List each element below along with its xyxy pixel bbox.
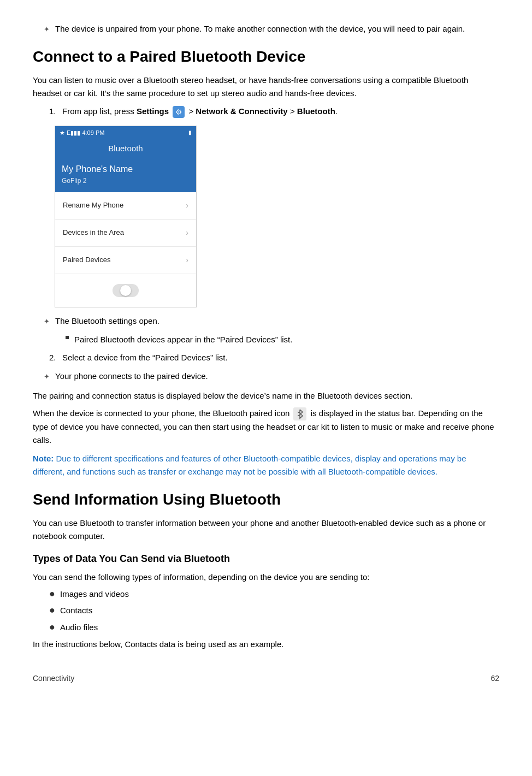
section2-intro: You can use Bluetooth to transfer inform…: [33, 517, 499, 543]
connected-note-text1: When the device is connected to your pho…: [33, 408, 289, 418]
page-footer: Connectivity 62: [33, 673, 499, 684]
section1-intro: You can listen to music over a Bluetooth…: [33, 74, 499, 100]
data-type-label-0: Images and videos: [60, 588, 129, 601]
phone-bluetooth-toggle[interactable]: [113, 284, 139, 297]
settings-gear-icon: [173, 106, 185, 118]
step2-container: 2. Select a device from the “Paired Devi…: [49, 352, 499, 364]
phone-device-model: GoFlip 2: [62, 176, 190, 186]
data-types-list: ● Images and videos ● Contacts ● Audio f…: [49, 588, 499, 634]
phone-status-icons: ▮: [188, 128, 192, 137]
phone-device-name-section: My Phone's Name GoFlip 2: [55, 159, 196, 192]
connected-note-para: When the device is connected to your pho…: [33, 407, 499, 447]
phone-status-left: ★ E▮▮▮ 4:09 PM: [60, 128, 104, 138]
toggle-circle: [120, 285, 131, 296]
data-type-label-2: Audio files: [60, 621, 98, 634]
step1-bluetooth-label: Bluetooth: [297, 106, 335, 116]
diamond-icon: ✦: [44, 24, 50, 35]
data-type-item-2: ● Audio files: [49, 621, 499, 634]
note-label: Note:: [33, 454, 54, 463]
chevron-right-icon: ›: [186, 200, 188, 211]
footer-label: Connectivity: [33, 673, 74, 684]
section2-closing: In the instructions below, Contacts data…: [33, 638, 499, 651]
phone-bluetooth-header: Bluetooth: [55, 139, 196, 159]
chevron-right-icon: ›: [186, 227, 188, 239]
square-bullet-icon: [66, 336, 69, 339]
chevron-right-icon: ›: [186, 254, 188, 266]
sub-bullet-paired-text: Paired Bluetooth devices appear in the “…: [74, 334, 292, 346]
section2-title: Send Information Using Bluetooth: [33, 488, 499, 511]
footer-page-number: 62: [490, 673, 499, 684]
sub-bullet-paired: Paired Bluetooth devices appear in the “…: [66, 334, 499, 346]
note-paragraph: Note: Due to different specifications an…: [33, 452, 499, 478]
section2-sub-intro: You can send the following types of info…: [33, 571, 499, 584]
opening-bullet: ✦ The device is unpaired from your phone…: [44, 23, 499, 35]
page-container: ✦ The device is unpaired from your phone…: [33, 23, 499, 684]
phone-menu-paired[interactable]: Paired Devices ›: [55, 247, 196, 274]
bullet-bt-open-text: The Bluetooth settings open.: [55, 315, 159, 328]
opening-bullet-text: The device is unpaired from your phone. …: [55, 23, 465, 35]
phone-menu-rename[interactable]: Rename My Phone ›: [55, 192, 196, 220]
phone-status-bar: ★ E▮▮▮ 4:09 PM ▮: [55, 126, 196, 140]
data-type-label-1: Contacts: [60, 605, 92, 617]
step2-number: 2.: [49, 352, 62, 364]
diamond-icon-2: ✦: [44, 316, 50, 327]
bullet-dot-icon: ●: [49, 588, 60, 600]
section2-sub-title: Types of Data You Can Send via Bluetooth: [33, 552, 499, 566]
bullet-bt-open: ✦ The Bluetooth settings open.: [44, 315, 499, 328]
bullet-connects-text: Your phone connects to the paired device…: [55, 370, 208, 383]
pairing-note: The pairing and connection status is dis…: [33, 389, 499, 402]
step1: 1. From app list, press Settings > Netwo…: [49, 105, 499, 118]
step1-text: From app list, press Settings > Network …: [62, 105, 338, 118]
step2-text: Select a device from the “Paired Devices…: [62, 352, 228, 364]
step1-number: 1.: [49, 105, 62, 118]
bullet-dot-icon: ●: [49, 605, 60, 617]
note-body: Due to different specifications and feat…: [33, 454, 466, 476]
data-type-item-0: ● Images and videos: [49, 588, 499, 601]
bullet-connects: ✦ Your phone connects to the paired devi…: [44, 370, 499, 383]
phone-device-name: My Phone's Name: [62, 163, 190, 176]
bluetooth-paired-icon: [293, 407, 306, 420]
phone-menu-devices-area[interactable]: Devices in the Area ›: [55, 220, 196, 247]
step2: 2. Select a device from the “Paired Devi…: [49, 352, 499, 364]
step1-network-label: Network & Connectivity: [196, 106, 287, 116]
diamond-icon-3: ✦: [44, 371, 50, 382]
step1-settings-label: Settings: [137, 106, 169, 116]
phone-toggle-container: [55, 274, 196, 307]
data-type-item-1: ● Contacts: [49, 605, 499, 617]
battery-icon: ▮: [188, 128, 192, 137]
bullet-dot-icon: ●: [49, 621, 60, 633]
step1-container: 1. From app list, press Settings > Netwo…: [49, 105, 499, 118]
section1-title: Connect to a Paired Bluetooth Device: [33, 45, 499, 68]
phone-screenshot: ★ E▮▮▮ 4:09 PM ▮ Bluetooth My Phone's Na…: [55, 126, 197, 307]
